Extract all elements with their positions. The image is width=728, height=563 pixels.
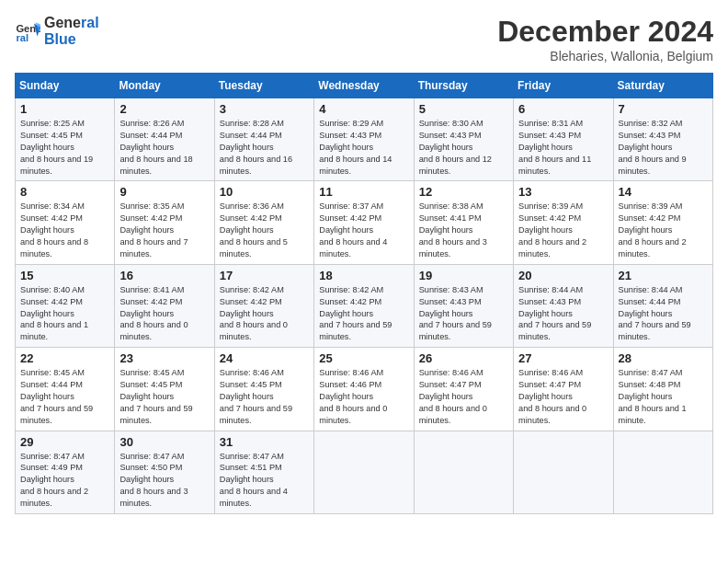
calendar-day-10: 10Sunrise: 8:36 AMSunset: 4:42 PMDayligh… — [214, 181, 313, 264]
calendar-table: SundayMondayTuesdayWednesdayThursdayFrid… — [15, 73, 713, 514]
logo-icon: Gene ral — [15, 18, 40, 44]
calendar-day-9: 9Sunrise: 8:35 AMSunset: 4:42 PMDaylight… — [115, 181, 214, 264]
calendar-body: 1Sunrise: 8:25 AMSunset: 4:45 PMDaylight… — [16, 98, 713, 514]
calendar-day-2: 2Sunrise: 8:26 AMSunset: 4:44 PMDaylight… — [115, 98, 214, 181]
calendar-day-18: 18Sunrise: 8:42 AMSunset: 4:42 PMDayligh… — [314, 264, 414, 347]
col-header-saturday: Saturday — [613, 74, 712, 98]
calendar-day-21: 21Sunrise: 8:44 AMSunset: 4:44 PMDayligh… — [613, 264, 712, 347]
calendar-day-15: 15Sunrise: 8:40 AMSunset: 4:42 PMDayligh… — [16, 264, 115, 347]
calendar-day-4: 4Sunrise: 8:29 AMSunset: 4:43 PMDaylight… — [314, 98, 414, 181]
calendar-week-1: 1Sunrise: 8:25 AMSunset: 4:45 PMDaylight… — [16, 98, 713, 181]
calendar-day-19: 19Sunrise: 8:43 AMSunset: 4:43 PMDayligh… — [414, 264, 513, 347]
calendar-day-7: 7Sunrise: 8:32 AMSunset: 4:43 PMDaylight… — [613, 98, 712, 181]
calendar-day-22: 22Sunrise: 8:45 AMSunset: 4:44 PMDayligh… — [16, 348, 115, 431]
calendar-day-16: 16Sunrise: 8:41 AMSunset: 4:42 PMDayligh… — [115, 264, 214, 347]
calendar-day-17: 17Sunrise: 8:42 AMSunset: 4:42 PMDayligh… — [214, 264, 313, 347]
calendar-day-14: 14Sunrise: 8:39 AMSunset: 4:42 PMDayligh… — [613, 181, 712, 264]
calendar-week-3: 15Sunrise: 8:40 AMSunset: 4:42 PMDayligh… — [16, 264, 713, 347]
month-title: December 2024 — [497, 15, 713, 49]
calendar-day-26: 26Sunrise: 8:46 AMSunset: 4:47 PMDayligh… — [414, 348, 513, 431]
calendar-day-29: 29Sunrise: 8:47 AMSunset: 4:49 PMDayligh… — [16, 431, 115, 513]
calendar-week-5: 29Sunrise: 8:47 AMSunset: 4:49 PMDayligh… — [16, 431, 713, 513]
calendar-day-28: 28Sunrise: 8:47 AMSunset: 4:48 PMDayligh… — [613, 348, 712, 431]
logo-text-line1: General — [44, 15, 99, 31]
calendar-day-6: 6Sunrise: 8:31 AMSunset: 4:43 PMDaylight… — [514, 98, 613, 181]
calendar-day-20: 20Sunrise: 8:44 AMSunset: 4:43 PMDayligh… — [514, 264, 613, 347]
logo: Gene ral General Blue — [15, 15, 99, 47]
col-header-thursday: Thursday — [414, 74, 513, 98]
calendar-day-empty — [514, 431, 613, 513]
col-header-friday: Friday — [514, 74, 613, 98]
calendar-day-5: 5Sunrise: 8:30 AMSunset: 4:43 PMDaylight… — [414, 98, 513, 181]
col-header-sunday: Sunday — [16, 74, 115, 98]
calendar-day-25: 25Sunrise: 8:46 AMSunset: 4:46 PMDayligh… — [314, 348, 414, 431]
page-header: Gene ral General Blue December 2024 Bleh… — [15, 15, 713, 63]
calendar-day-27: 27Sunrise: 8:46 AMSunset: 4:47 PMDayligh… — [514, 348, 613, 431]
svg-text:ral: ral — [16, 32, 28, 43]
calendar-day-1: 1Sunrise: 8:25 AMSunset: 4:45 PMDaylight… — [16, 98, 115, 181]
calendar-day-8: 8Sunrise: 8:34 AMSunset: 4:42 PMDaylight… — [16, 181, 115, 264]
calendar-day-23: 23Sunrise: 8:45 AMSunset: 4:45 PMDayligh… — [115, 348, 214, 431]
calendar-day-30: 30Sunrise: 8:47 AMSunset: 4:50 PMDayligh… — [115, 431, 214, 513]
calendar-week-2: 8Sunrise: 8:34 AMSunset: 4:42 PMDaylight… — [16, 181, 713, 264]
calendar-day-empty — [414, 431, 513, 513]
calendar-day-empty — [314, 431, 414, 513]
calendar-week-4: 22Sunrise: 8:45 AMSunset: 4:44 PMDayligh… — [16, 348, 713, 431]
calendar-day-24: 24Sunrise: 8:46 AMSunset: 4:45 PMDayligh… — [214, 348, 313, 431]
logo-text-line2: Blue — [44, 31, 99, 48]
calendar-day-13: 13Sunrise: 8:39 AMSunset: 4:42 PMDayligh… — [514, 181, 613, 264]
col-header-monday: Monday — [115, 74, 214, 98]
calendar-header-row: SundayMondayTuesdayWednesdayThursdayFrid… — [16, 74, 713, 98]
col-header-wednesday: Wednesday — [314, 74, 414, 98]
calendar-day-11: 11Sunrise: 8:37 AMSunset: 4:42 PMDayligh… — [314, 181, 414, 264]
calendar-day-31: 31Sunrise: 8:47 AMSunset: 4:51 PMDayligh… — [214, 431, 313, 513]
location-subtitle: Bleharies, Wallonia, Belgium — [497, 49, 713, 63]
calendar-day-3: 3Sunrise: 8:28 AMSunset: 4:44 PMDaylight… — [214, 98, 313, 181]
col-header-tuesday: Tuesday — [214, 74, 313, 98]
calendar-day-12: 12Sunrise: 8:38 AMSunset: 4:41 PMDayligh… — [414, 181, 513, 264]
calendar-day-empty — [613, 431, 712, 513]
title-block: December 2024 Bleharies, Wallonia, Belgi… — [497, 15, 713, 63]
